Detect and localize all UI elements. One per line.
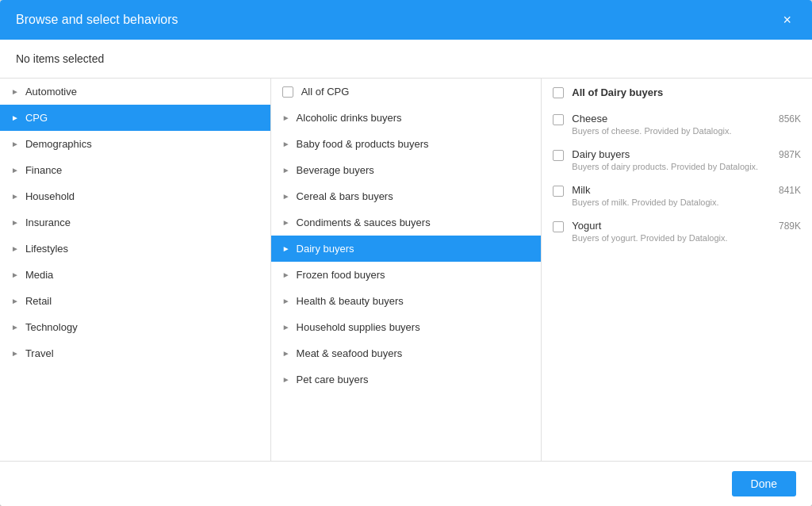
- subcategory-item[interactable]: ►Pet care buyers: [271, 366, 542, 393]
- subcategory-item-label: Health & beauty buyers: [297, 295, 404, 307]
- subcategory-item-label: Pet care buyers: [297, 374, 369, 385]
- category-item[interactable]: ►Technology: [0, 314, 270, 340]
- category-item[interactable]: ►Finance: [0, 157, 270, 183]
- category-item[interactable]: ►Household: [0, 183, 270, 209]
- dairy-item-count: 841K: [779, 185, 801, 196]
- all-dairy-label: All of Dairy buyers: [572, 86, 663, 98]
- checkbox-icon[interactable]: [553, 114, 564, 125]
- detail-column: All of Dairy buyers Cheese 856K Buyers o…: [542, 79, 812, 461]
- all-dairy-header[interactable]: All of Dairy buyers: [542, 79, 812, 106]
- subcategory-item[interactable]: ►Condiments & sauces buyers: [271, 209, 542, 236]
- no-items-label: No items selected: [0, 40, 812, 79]
- dairy-detail-item[interactable]: Dairy buyers 987K Buyers of dairy produc…: [542, 142, 812, 178]
- subcategory-column: All of CPG►Alcoholic drinks buyers►Baby …: [271, 79, 542, 461]
- checkbox-icon[interactable]: [282, 86, 293, 98]
- chevron-right-icon: ►: [11, 270, 19, 279]
- dairy-item-desc: Buyers of dairy products. Provided by Da…: [572, 162, 801, 171]
- subcategory-item[interactable]: ►Beverage buyers: [271, 157, 542, 183]
- subcategory-item[interactable]: ►Household supplies buyers: [271, 314, 542, 340]
- chevron-right-icon: ►: [11, 297, 19, 305]
- modal-footer: Done: [0, 461, 812, 506]
- chevron-right-icon: ►: [282, 323, 290, 332]
- subcategory-item[interactable]: ►Dairy buyers: [271, 236, 542, 262]
- category-item-label: Automotive: [25, 86, 77, 98]
- close-button[interactable]: ×: [778, 11, 796, 29]
- subcategory-item-label: Frozen food buyers: [297, 269, 385, 281]
- chevron-right-icon: ►: [11, 113, 19, 122]
- dairy-item-content: Yogurt 789K Buyers of yogurt. Provided b…: [572, 220, 801, 243]
- modal-body: No items selected ►Automotive►CPG►Demogr…: [0, 40, 812, 461]
- category-item[interactable]: ►Automotive: [0, 79, 270, 105]
- chevron-right-icon: ►: [11, 140, 19, 148]
- category-item[interactable]: ►Media: [0, 262, 270, 288]
- category-column: ►Automotive►CPG►Demographics►Finance►Hou…: [0, 79, 271, 461]
- chevron-right-icon: ►: [11, 244, 19, 253]
- chevron-right-icon: ►: [11, 323, 19, 332]
- checkbox-icon[interactable]: [553, 186, 564, 197]
- subcategory-item[interactable]: ►Alcoholic drinks buyers: [271, 105, 542, 131]
- dairy-item-name: Milk: [572, 184, 590, 196]
- category-item-label: Retail: [25, 295, 52, 307]
- chevron-right-icon: ►: [11, 87, 19, 96]
- dairy-item-content: Cheese 856K Buyers of cheese. Provided b…: [572, 113, 801, 136]
- dairy-item-count: 856K: [779, 113, 801, 125]
- subcategory-item-label: Dairy buyers: [297, 243, 354, 255]
- category-item-label: Demographics: [25, 138, 92, 150]
- category-item-label: Travel: [25, 347, 54, 359]
- subcategory-item[interactable]: ►Baby food & products buyers: [271, 131, 542, 157]
- checkbox-icon[interactable]: [553, 221, 564, 232]
- dairy-detail-item[interactable]: Milk 841K Buyers of milk. Provided by Da…: [542, 178, 812, 213]
- columns-container: ►Automotive►CPG►Demographics►Finance►Hou…: [0, 79, 812, 461]
- category-item-label: Technology: [25, 321, 78, 333]
- modal-title: Browse and select behaviors: [16, 13, 178, 27]
- dairy-item-desc: Buyers of milk. Provided by Datalogix.: [572, 197, 801, 207]
- category-item[interactable]: ►Demographics: [0, 131, 270, 157]
- chevron-right-icon: ►: [282, 375, 290, 384]
- subcategory-item[interactable]: All of CPG: [271, 79, 542, 105]
- modal-header: Browse and select behaviors ×: [0, 0, 812, 40]
- checkbox-icon[interactable]: [553, 87, 564, 98]
- category-item-label: Lifestyles: [25, 243, 68, 255]
- checkbox-icon[interactable]: [553, 150, 564, 161]
- subcategory-item-label: Condiments & sauces buyers: [297, 217, 431, 228]
- category-item[interactable]: ►CPG: [0, 105, 270, 131]
- done-button[interactable]: Done: [732, 471, 796, 496]
- chevron-right-icon: ►: [282, 192, 290, 201]
- subcategory-item-label: All of CPG: [301, 86, 350, 98]
- dairy-item-content: Dairy buyers 987K Buyers of dairy produc…: [572, 148, 801, 171]
- subcategory-item-label: Beverage buyers: [297, 164, 374, 176]
- chevron-right-icon: ►: [282, 218, 290, 227]
- chevron-right-icon: ►: [282, 166, 290, 174]
- subcategory-item[interactable]: ►Frozen food buyers: [271, 262, 542, 288]
- subcategory-item[interactable]: ►Meat & seafood buyers: [271, 340, 542, 366]
- chevron-right-icon: ►: [11, 218, 19, 227]
- dairy-item-name: Dairy buyers: [572, 148, 630, 160]
- category-item[interactable]: ►Travel: [0, 340, 270, 366]
- chevron-right-icon: ►: [11, 349, 19, 358]
- subcategory-item-label: Cereal & bars buyers: [297, 190, 393, 202]
- category-item-label: Household: [25, 190, 75, 202]
- category-item[interactable]: ►Lifestyles: [0, 236, 270, 262]
- category-item-label: Media: [25, 269, 53, 281]
- chevron-right-icon: ►: [282, 113, 290, 122]
- category-item[interactable]: ►Retail: [0, 288, 270, 314]
- subcategory-item[interactable]: ►Cereal & bars buyers: [271, 183, 542, 209]
- chevron-right-icon: ►: [282, 297, 290, 305]
- chevron-right-icon: ►: [282, 140, 290, 148]
- subcategory-item[interactable]: ►Health & beauty buyers: [271, 288, 542, 314]
- subcategory-item-label: Baby food & products buyers: [297, 138, 429, 150]
- category-item-label: Insurance: [25, 217, 71, 228]
- chevron-right-icon: ►: [11, 192, 19, 201]
- dairy-detail-item[interactable]: Yogurt 789K Buyers of yogurt. Provided b…: [542, 213, 812, 249]
- subcategory-item-label: Household supplies buyers: [297, 321, 420, 333]
- dairy-item-desc: Buyers of yogurt. Provided by Datalogix.: [572, 233, 801, 243]
- dairy-detail-item[interactable]: Cheese 856K Buyers of cheese. Provided b…: [542, 106, 812, 142]
- chevron-right-icon: ►: [282, 244, 290, 253]
- category-item-label: Finance: [25, 164, 62, 176]
- category-item[interactable]: ►Insurance: [0, 209, 270, 236]
- browse-behaviors-modal: Browse and select behaviors × No items s…: [0, 0, 812, 506]
- dairy-item-name: Yogurt: [572, 220, 601, 232]
- subcategory-item-label: Meat & seafood buyers: [297, 347, 403, 359]
- dairy-item-desc: Buyers of cheese. Provided by Datalogix.: [572, 126, 801, 136]
- chevron-right-icon: ►: [282, 349, 290, 358]
